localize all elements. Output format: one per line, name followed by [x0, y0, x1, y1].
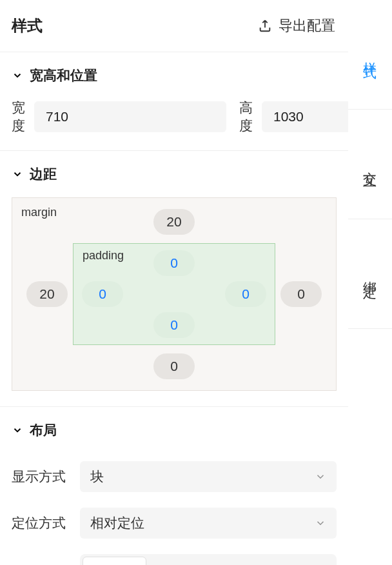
position-row: 定位方式 相对定位: [0, 500, 348, 546]
section-layout: 布局 显示方式 块 定位方式 相对定位 元素超出: [0, 406, 348, 565]
section-header-spacing[interactable]: 边距: [0, 151, 348, 197]
side-tabs: 样式 交互 绑定: [348, 0, 392, 565]
box-model-editor: margin 20 20 padding 0 0 0: [12, 197, 337, 391]
export-label: 导出配置: [279, 16, 335, 35]
padding-box: padding 0 0 0 0: [73, 243, 275, 345]
overflow-options: [80, 554, 337, 565]
chevron-down-icon: [12, 424, 23, 436]
chevron-down-icon: [315, 471, 326, 482]
margin-left-input[interactable]: 20: [26, 281, 68, 307]
padding-bottom-input[interactable]: 0: [153, 312, 195, 338]
section-spacing: 边距 margin 20 20 padding 0 0 0: [0, 150, 348, 391]
display-value: 块: [90, 468, 104, 486]
padding-label: padding: [83, 249, 124, 263]
section-size-position: 宽高和位置 宽度 高度: [0, 52, 348, 150]
overflow-hidden-option[interactable]: [146, 557, 209, 565]
panel-header: 样式 导出配置: [0, 0, 348, 52]
section-header-size[interactable]: 宽高和位置: [0, 52, 348, 99]
size-row: 宽度 高度: [0, 99, 348, 150]
margin-label: margin: [21, 206, 57, 219]
display-label: 显示方式: [12, 468, 71, 486]
section-title-layout: 布局: [30, 421, 57, 439]
tab-binding[interactable]: 绑定: [348, 219, 392, 329]
overflow-scroll-option[interactable]: [209, 557, 271, 565]
height-item: 高度: [239, 99, 348, 135]
padding-right-input[interactable]: 0: [225, 281, 266, 307]
position-select[interactable]: 相对定位: [80, 508, 337, 539]
position-label: 定位方式: [12, 514, 71, 532]
export-icon: [258, 19, 272, 33]
width-label: 宽度: [12, 99, 25, 135]
height-label: 高度: [239, 99, 253, 135]
margin-top-input[interactable]: 20: [153, 209, 195, 235]
padding-top-input[interactable]: 0: [153, 250, 195, 276]
chevron-down-icon: [12, 70, 23, 81]
chevron-down-icon: [315, 517, 326, 529]
tab-style[interactable]: 样式: [348, 0, 392, 110]
position-value: 相对定位: [90, 514, 144, 532]
margin-right-input[interactable]: 0: [280, 281, 322, 307]
display-row: 显示方式 块: [0, 453, 348, 500]
overflow-row: 元素超出: [0, 546, 348, 565]
margin-bottom-input[interactable]: 0: [153, 353, 195, 379]
tab-interaction[interactable]: 交互: [348, 110, 392, 219]
export-config-button[interactable]: 导出配置: [258, 16, 335, 35]
overflow-auto-option[interactable]: [271, 557, 334, 565]
chevron-down-icon: [12, 168, 23, 180]
height-input[interactable]: [262, 101, 348, 132]
style-panel: 样式 导出配置 宽高和位置 宽度 高度 边距 marg: [0, 0, 348, 565]
section-title-spacing: 边距: [30, 165, 57, 183]
section-header-layout[interactable]: 布局: [0, 407, 348, 453]
padding-left-input[interactable]: 0: [82, 281, 123, 307]
panel-title: 样式: [12, 15, 43, 36]
width-item: 宽度: [12, 99, 226, 135]
section-title-size: 宽高和位置: [30, 66, 97, 84]
width-input[interactable]: [34, 101, 226, 132]
display-select[interactable]: 块: [80, 461, 337, 492]
overflow-visible-option[interactable]: [83, 557, 146, 565]
